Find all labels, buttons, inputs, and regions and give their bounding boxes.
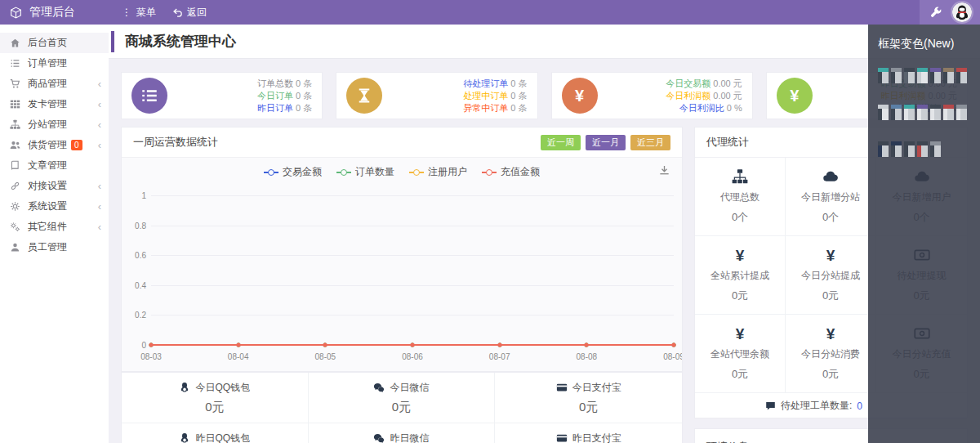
swatch-row	[878, 68, 970, 83]
sidebar-item-home[interactable]: 后台首页	[0, 33, 109, 53]
chart-panel-title: 一周运营数据统计	[133, 135, 218, 150]
agent-stat-label: 今日分站提成	[801, 269, 860, 283]
range-button-2[interactable]: 近三月	[630, 135, 670, 150]
sidebar-item-label: 商品管理	[28, 77, 67, 91]
theme-swatch-1-5[interactable]	[943, 105, 954, 120]
theme-swatch-0-4[interactable]	[930, 68, 941, 83]
legend-item[interactable]: 交易金额	[264, 165, 322, 179]
qq-icon	[179, 432, 190, 443]
range-button-0[interactable]: 近一周	[541, 135, 581, 150]
chevron-left-icon: ‹	[98, 119, 101, 130]
range-button-1[interactable]: 近一月	[586, 135, 626, 150]
legend-marker-icon	[264, 169, 278, 176]
theme-swatch-2-0[interactable]	[878, 141, 889, 157]
back-button[interactable]: 返回	[172, 6, 207, 20]
theme-swatch-2-4[interactable]	[930, 141, 941, 157]
theme-swatch-1-1[interactable]	[891, 105, 902, 120]
stat-line: 订单总数 0 条	[257, 78, 312, 90]
hourglass-icon	[346, 78, 382, 114]
payments-row: 昨日QQ钱包0元昨日微信0元昨日支付宝0元	[122, 423, 682, 443]
chevron-left-icon: ‹	[98, 181, 101, 191]
card-icon	[556, 432, 568, 443]
theme-swatch-0-5[interactable]	[943, 68, 954, 83]
sidebar-item-suppliers[interactable]: 供货管理0‹	[0, 135, 109, 155]
theme-swatch-2-2[interactable]	[904, 141, 915, 157]
theme-swatch-1-0[interactable]	[878, 105, 889, 120]
payment-label: 今日支付宝	[556, 381, 621, 395]
agent-stat-label: 全站代理余额	[710, 347, 769, 361]
sidebar: 后台首页订单管理商品管理‹发卡管理‹分站管理‹供货管理0‹文章管理对接设置‹系统…	[0, 25, 109, 443]
data-point	[149, 343, 154, 347]
theme-swatch-1-4[interactable]	[930, 105, 941, 120]
payments-panel: 今日QQ钱包0元今日微信0元今日支付宝0元昨日QQ钱包0元昨日微信0元昨日支付宝…	[121, 372, 683, 443]
menu-button[interactable]: ⋮ 菜单	[122, 6, 156, 20]
agent-stat-value: 0个	[732, 210, 748, 225]
theme-swatch-0-1[interactable]	[891, 68, 902, 83]
data-point	[236, 343, 240, 347]
chevron-left-icon: ‹	[98, 99, 101, 110]
data-point	[497, 343, 501, 347]
brand[interactable]: 管理后台	[0, 5, 109, 20]
theme-swatch-0-6[interactable]	[956, 68, 967, 83]
payment-label: 今日QQ钱包	[179, 381, 250, 395]
sidebar-item-components[interactable]: 其它组件‹	[0, 217, 109, 237]
sidebar-item-orders[interactable]: 订单管理	[0, 53, 109, 74]
sidebar-item-integration[interactable]: 对接设置‹	[0, 176, 109, 196]
sidebar-item-label: 发卡管理	[28, 97, 67, 111]
legend-label: 充值金额	[501, 165, 540, 179]
sidebar-item-card-issuing[interactable]: 发卡管理‹	[0, 94, 109, 114]
agent-stat-label: 全站累计提成	[710, 269, 769, 283]
theme-color-panel: 框架变色(New)	[868, 25, 980, 443]
stat-cards-row: 订单总数 0 条今日订单 0 条昨日订单 0 条待处理订单 0 条处理中订单 0…	[121, 72, 968, 119]
y-axis-tick: 0.8	[127, 221, 146, 230]
chart-body: 交易金额订单数量注册用户充值金额 10.80.60.40.2008-0308-0…	[122, 158, 682, 371]
home-icon	[10, 38, 20, 48]
payment-label: 今日微信	[373, 381, 429, 395]
sidebar-item-system-settings[interactable]: 系统设置‹	[0, 196, 109, 217]
theme-swatch-0-2[interactable]	[904, 68, 915, 83]
theme-swatch-2-3[interactable]	[917, 141, 928, 157]
agent-stat-value: 0个	[822, 210, 839, 225]
theme-swatch-1-6[interactable]	[956, 105, 967, 120]
stat-line: 今日利润比 0 %	[666, 102, 742, 114]
brand-label: 管理后台	[29, 5, 75, 20]
chevron-left-icon: ‹	[98, 201, 101, 212]
theme-swatch-1-3[interactable]	[917, 105, 928, 120]
agent-panel-title: 代理统计	[706, 135, 749, 150]
theme-swatch-2-1[interactable]	[891, 141, 902, 157]
legend-item[interactable]: 注册用户	[409, 165, 467, 179]
legend-item[interactable]: 充值金额	[482, 165, 540, 179]
theme-swatch-0-0[interactable]	[878, 68, 889, 83]
wrench-settings-icon[interactable]	[929, 6, 942, 19]
sidebar-item-label: 其它组件	[28, 220, 67, 234]
sidebar-item-label: 系统设置	[28, 199, 67, 213]
yen-icon: ¥	[736, 247, 745, 263]
gridline	[151, 285, 674, 286]
data-point	[411, 343, 415, 347]
topbar: 管理后台 ⋮ 菜单 返回	[0, 0, 980, 25]
gridline	[151, 315, 674, 315]
sidebar-item-substations[interactable]: 分站管理‹	[0, 114, 109, 135]
legend-label: 订单数量	[355, 165, 394, 179]
sidebar-item-articles[interactable]: 文章管理	[0, 155, 109, 176]
payment-value: 0元	[392, 400, 411, 415]
user-avatar[interactable]	[952, 2, 972, 22]
cogs-icon	[10, 222, 20, 232]
sidebar-item-staff[interactable]: 员工管理	[0, 237, 109, 257]
agent-total-cell: 代理总数0个	[695, 158, 786, 236]
payment-label: 昨日支付宝	[556, 432, 621, 443]
sidebar-item-products[interactable]: 商品管理‹	[0, 74, 109, 94]
stat-card-lines: 待处理订单 0 条处理中订单 0 条异常中订单 0 条	[463, 78, 527, 114]
back-label: 返回	[187, 6, 207, 20]
back-arrow-icon	[172, 7, 183, 18]
download-icon[interactable]	[658, 164, 670, 177]
y-axis-tick: 1	[127, 191, 146, 200]
range-buttons: 近一周近一月近三月	[541, 135, 670, 150]
payments-row: 今日QQ钱包0元今日微信0元今日支付宝0元	[122, 373, 682, 423]
theme-swatch-1-2[interactable]	[904, 105, 915, 120]
sidebar-item-label: 供货管理	[28, 138, 67, 152]
legend-item[interactable]: 订单数量	[336, 165, 394, 179]
today-substation-consumption-cell: ¥今日分站消费0元	[786, 315, 876, 393]
theme-swatch-0-3[interactable]	[917, 68, 928, 83]
payment-label: 昨日QQ钱包	[179, 432, 250, 443]
